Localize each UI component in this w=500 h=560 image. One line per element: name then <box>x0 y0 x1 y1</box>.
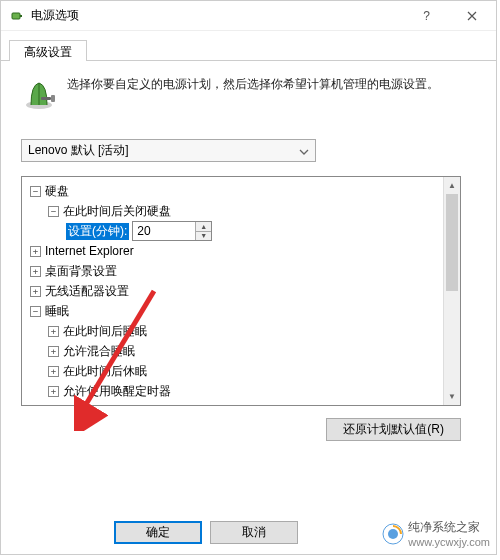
tree-item-usb[interactable]: + USB 设置 <box>24 401 458 406</box>
close-button[interactable] <box>449 2 494 30</box>
expand-icon[interactable]: + <box>30 286 41 297</box>
minutes-value[interactable]: 20 <box>133 222 195 240</box>
expand-icon[interactable]: + <box>30 246 41 257</box>
tab-advanced-settings[interactable]: 高级设置 <box>9 40 87 61</box>
watermark-url: www.ycwxjy.com <box>408 536 490 548</box>
watermark-icon <box>382 523 404 545</box>
settings-tree: − 硬盘 − 在此时间后关闭硬盘 设置(分钟): 20 ▲ ▼ <box>21 176 461 406</box>
expand-icon[interactable]: + <box>48 366 59 377</box>
dialog-window: 电源选项 ? 高级设置 选择你要自定义的电源计划，然后选择你希望计算机管理的电源… <box>0 0 497 555</box>
svg-rect-1 <box>20 15 22 17</box>
tree-item-sleep-after[interactable]: + 在此时间后睡眠 <box>24 321 458 341</box>
tree-item-hdd[interactable]: − 硬盘 <box>24 181 458 201</box>
help-button[interactable]: ? <box>404 2 449 30</box>
power-plan-dropdown[interactable]: Lenovo 默认 [活动] <box>21 139 316 162</box>
expand-icon[interactable]: + <box>48 386 59 397</box>
tree-item-ie[interactable]: + Internet Explorer <box>24 241 458 261</box>
window-title: 电源选项 <box>31 7 404 24</box>
titlebar: 电源选项 ? <box>1 1 496 31</box>
collapse-icon[interactable]: − <box>48 206 59 217</box>
expand-icon[interactable]: + <box>48 346 59 357</box>
expand-icon[interactable]: + <box>30 406 41 407</box>
dropdown-selected-value: Lenovo 默认 [活动] <box>28 142 129 159</box>
watermark-text: 纯净系统之家 <box>408 519 490 536</box>
svg-rect-3 <box>41 97 51 100</box>
tree-setting-row: 设置(分钟): 20 ▲ ▼ <box>24 221 458 241</box>
svg-point-7 <box>388 529 398 539</box>
tree-item-desktop-bg[interactable]: + 桌面背景设置 <box>24 261 458 281</box>
collapse-icon[interactable]: − <box>30 306 41 317</box>
spinner-up-button[interactable]: ▲ <box>196 222 211 232</box>
tree-item-hibernate-after[interactable]: + 在此时间后休眠 <box>24 361 458 381</box>
watermark: 纯净系统之家 www.ycwxjy.com <box>382 519 490 548</box>
scroll-down-button[interactable]: ▼ <box>444 388 460 405</box>
content-area: 选择你要自定义的电源计划，然后选择你希望计算机管理的电源设置。 Lenovo 默… <box>1 61 496 455</box>
spinner-down-button[interactable]: ▼ <box>196 232 211 241</box>
tab-strip: 高级设置 <box>1 35 496 61</box>
setting-minutes-label[interactable]: 设置(分钟): <box>66 223 129 240</box>
scrollbar-thumb[interactable] <box>446 194 458 291</box>
description-text: 选择你要自定义的电源计划，然后选择你希望计算机管理的电源设置。 <box>67 75 439 111</box>
tree-item-wake-timers[interactable]: + 允许使用唤醒定时器 <box>24 381 458 401</box>
power-plan-icon <box>21 75 57 111</box>
power-battery-icon <box>9 8 25 24</box>
tree-item-wireless[interactable]: + 无线适配器设置 <box>24 281 458 301</box>
tree-item-sleep[interactable]: − 睡眠 <box>24 301 458 321</box>
expand-icon[interactable]: + <box>48 326 59 337</box>
tree-item-hybrid-sleep[interactable]: + 允许混合睡眠 <box>24 341 458 361</box>
chevron-down-icon <box>299 144 309 158</box>
cancel-button[interactable]: 取消 <box>210 521 298 544</box>
scrollbar-track[interactable] <box>444 194 460 388</box>
tree-item-hdd-off-after[interactable]: − 在此时间后关闭硬盘 <box>24 201 458 221</box>
collapse-icon[interactable]: − <box>30 186 41 197</box>
minutes-spinner[interactable]: 20 ▲ ▼ <box>132 221 212 241</box>
svg-rect-0 <box>12 13 20 19</box>
ok-button[interactable]: 确定 <box>114 521 202 544</box>
restore-defaults-button[interactable]: 还原计划默认值(R) <box>326 418 461 441</box>
svg-rect-4 <box>51 95 55 102</box>
vertical-scrollbar[interactable]: ▲ ▼ <box>443 177 460 405</box>
expand-icon[interactable]: + <box>30 266 41 277</box>
scroll-up-button[interactable]: ▲ <box>444 177 460 194</box>
